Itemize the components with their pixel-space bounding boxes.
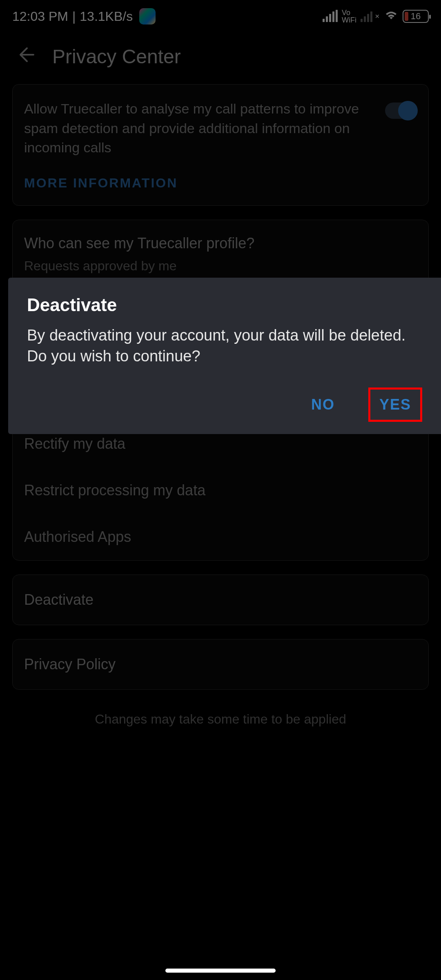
status-left: 12:03 PM | 13.1KB/s <box>12 8 156 24</box>
dialog-actions: NO YES <box>27 388 422 422</box>
header: Privacy Center <box>0 33 441 84</box>
battery-icon: 16 <box>403 10 429 23</box>
vowifi-top: Vo <box>342 9 356 16</box>
list-item-restrict[interactable]: Restrict processing my data <box>13 467 428 514</box>
status-bar: 12:03 PM | 13.1KB/s Vo WiFi ✕ 16 <box>0 0 441 33</box>
battery-pct: 16 <box>403 11 428 22</box>
deactivate-button[interactable]: Deactivate <box>12 575 429 625</box>
signal-secondary-icon <box>361 11 372 22</box>
vowifi-icon: Vo WiFi <box>342 9 356 24</box>
privacy-policy-button[interactable]: Privacy Policy <box>12 639 429 690</box>
dialog-yes-button[interactable]: YES <box>368 388 422 422</box>
status-separator: | <box>72 9 76 24</box>
navigation-handle[interactable] <box>165 969 276 973</box>
signal-disabled-icon: ✕ <box>375 13 380 20</box>
card-analyse: Allow Truecaller to analyse my call patt… <box>12 84 429 206</box>
deactivate-dialog: Deactivate By deactivating your account,… <box>8 278 441 434</box>
wifi-icon <box>384 9 399 24</box>
vowifi-bottom: WiFi <box>342 16 356 24</box>
profile-visibility-title: Who can see my Truecaller profile? <box>24 235 417 252</box>
dialog-body: By deactivating your account, your data … <box>27 325 422 367</box>
analyse-text: Allow Truecaller to analyse my call patt… <box>24 99 375 158</box>
footer-note: Changes may take some time to be applied <box>12 704 429 743</box>
profile-visibility-subtitle: Requests approved by me <box>24 258 417 274</box>
more-information-link[interactable]: MORE INFORMATION <box>24 176 417 191</box>
status-time: 12:03 PM <box>12 9 68 24</box>
analyse-toggle[interactable] <box>385 102 417 119</box>
back-icon[interactable] <box>16 45 36 68</box>
dialog-title: Deactivate <box>27 295 422 315</box>
list-item-authorised-apps[interactable]: Authorised Apps <box>13 514 428 560</box>
status-right: Vo WiFi ✕ 16 <box>323 9 429 24</box>
dialog-no-button[interactable]: NO <box>301 388 345 421</box>
signal-icon <box>323 11 338 22</box>
page-title: Privacy Center <box>52 45 181 68</box>
status-network-speed: 13.1KB/s <box>80 9 133 24</box>
app-icon <box>139 8 156 24</box>
